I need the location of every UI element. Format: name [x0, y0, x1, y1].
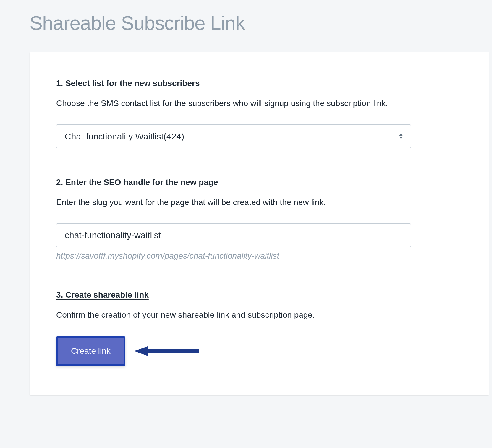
section-3-heading: 3. Create shareable link	[56, 290, 462, 300]
list-select[interactable]: Chat functionality Waitlist(424)	[56, 124, 411, 148]
section-2-description: Enter the slug you want for the page tha…	[56, 197, 462, 208]
list-select-wrapper: Chat functionality Waitlist(424)	[56, 124, 411, 148]
svg-marker-1	[134, 346, 148, 356]
seo-handle-input[interactable]	[56, 223, 411, 247]
section-1-description: Choose the SMS contact list for the subs…	[56, 98, 462, 109]
create-link-button[interactable]: Create link	[56, 336, 125, 366]
section-create-link: 3. Create shareable link Confirm the cre…	[56, 290, 462, 366]
url-preview: https://savofff.myshopify.com/pages/chat…	[56, 251, 462, 261]
form-card: 1. Select list for the new subscribers C…	[30, 52, 489, 395]
section-seo-handle: 2. Enter the SEO handle for the new page…	[56, 178, 462, 261]
annotation-arrow-icon	[131, 345, 199, 357]
create-link-row: Create link	[56, 336, 462, 366]
section-3-description: Confirm the creation of your new shareab…	[56, 309, 462, 321]
section-2-heading: 2. Enter the SEO handle for the new page	[56, 178, 462, 187]
page-title: Shareable Subscribe Link	[30, 12, 492, 34]
section-1-heading: 1. Select list for the new subscribers	[56, 79, 462, 88]
section-select-list: 1. Select list for the new subscribers C…	[56, 79, 462, 148]
